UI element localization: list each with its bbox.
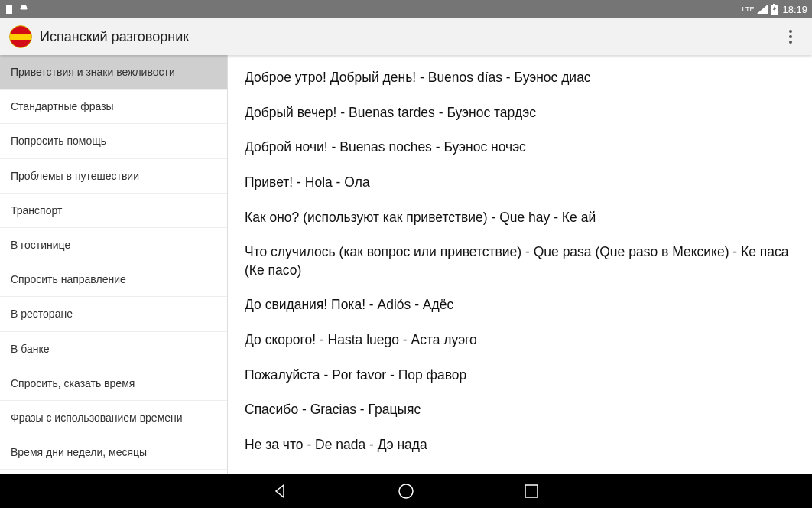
home-icon xyxy=(398,483,414,500)
phrase-item: Не за что - De nada - Дэ нада xyxy=(245,436,795,454)
sidebar-item-label: Проблемы в путешествии xyxy=(11,170,139,182)
svg-point-3 xyxy=(789,30,792,33)
lte-icon: LTE xyxy=(742,6,755,13)
battery-icon xyxy=(771,4,778,15)
category-sidebar[interactable]: Приветствия и знаки вежливостиСтандартны… xyxy=(0,55,228,474)
sidebar-item-4[interactable]: Транспорт xyxy=(0,194,227,228)
more-vert-icon xyxy=(789,30,792,44)
recents-icon xyxy=(525,484,538,498)
sidebar-item-5[interactable]: В гостинице xyxy=(0,228,227,262)
sidebar-item-7[interactable]: В ресторане xyxy=(0,297,227,331)
status-time: 18:19 xyxy=(782,4,807,15)
sidebar-item-label: Транспорт xyxy=(11,204,62,217)
sidebar-item-label: Спросить направление xyxy=(11,273,126,285)
sidebar-item-label: Фразы с использованием времени xyxy=(11,412,183,424)
android-status-bar: LTE 18:19 xyxy=(0,0,812,18)
phrase-item: До скорого! - Hasta luego - Аста луэго xyxy=(245,331,795,350)
svg-rect-0 xyxy=(6,5,12,14)
sidebar-item-label: В гостинице xyxy=(11,239,70,251)
sidebar-item-label: В ресторане xyxy=(11,308,73,320)
svg-rect-7 xyxy=(525,485,538,497)
svg-point-4 xyxy=(789,35,792,38)
sidebar-item-0[interactable]: Приветствия и знаки вежливости xyxy=(0,55,227,90)
phrase-item: Доброй ночи! - Buenas noches - Буэнос но… xyxy=(245,138,795,157)
nav-home-button[interactable] xyxy=(397,482,415,500)
sidebar-item-10[interactable]: Фразы с использованием времени xyxy=(0,401,227,435)
phrase-item: Привет! - Hola - Ола xyxy=(245,174,795,192)
sidebar-item-8[interactable]: В банке xyxy=(0,332,227,366)
nav-recents-button[interactable] xyxy=(522,482,541,500)
sidebar-item-label: В банке xyxy=(11,343,50,355)
nav-back-button[interactable] xyxy=(271,482,290,500)
sidebar-item-2[interactable]: Попросить помощь xyxy=(0,124,227,158)
svg-point-5 xyxy=(789,41,792,44)
sidebar-item-label: Приветствия и знаки вежливости xyxy=(11,66,175,78)
phrase-item: Что случилось (как вопрос или приветстви… xyxy=(245,243,795,279)
sidebar-item-label: Стандартные фразы xyxy=(11,100,114,112)
sidebar-item-11[interactable]: Время дни недели, месяцы xyxy=(0,435,227,470)
sidebar-item-6[interactable]: Спросить направление xyxy=(0,262,227,297)
sidebar-item-3[interactable]: Проблемы в путешествии xyxy=(0,159,227,194)
android-nav-bar xyxy=(0,474,812,508)
sidebar-item-label: Время дни недели, месяцы xyxy=(11,446,147,458)
phrase-list[interactable]: Доброе утро! Добрый день! - Buenos días … xyxy=(228,55,812,474)
phrase-item: Пожалуйста - Por favor - Пор фавор xyxy=(245,366,795,385)
app-flag-icon xyxy=(9,25,32,48)
svg-rect-2 xyxy=(773,4,775,5)
sidebar-item-9[interactable]: Спросить, сказать время xyxy=(0,366,227,401)
phrase-item: Добрый вечер! - Buenas tardes - Буэнос т… xyxy=(245,104,795,122)
overflow-menu-button[interactable] xyxy=(778,24,803,49)
svg-point-6 xyxy=(399,484,413,498)
android-head-icon xyxy=(18,4,29,15)
app-bar: Испанский разговорник xyxy=(0,18,812,55)
phrase-item: Как оно? (используют как приветствие) - … xyxy=(245,209,795,227)
sidebar-item-label: Попросить помощь xyxy=(11,135,106,147)
phrase-item: Доброе утро! Добрый день! - Buenos días … xyxy=(245,69,795,87)
phrase-item: Спасибо - Gracias - Грацыяс xyxy=(245,401,795,419)
notification-icon xyxy=(5,4,14,15)
signal-icon xyxy=(757,5,768,14)
sidebar-item-1[interactable]: Стандартные фразы xyxy=(0,90,227,124)
phrase-item: До свидания! Пока! - Adiós - Адёс xyxy=(245,296,795,314)
sidebar-item-label: Спросить, сказать время xyxy=(11,377,135,389)
app-title: Испанский разговорник xyxy=(40,29,778,45)
back-icon xyxy=(273,484,288,499)
